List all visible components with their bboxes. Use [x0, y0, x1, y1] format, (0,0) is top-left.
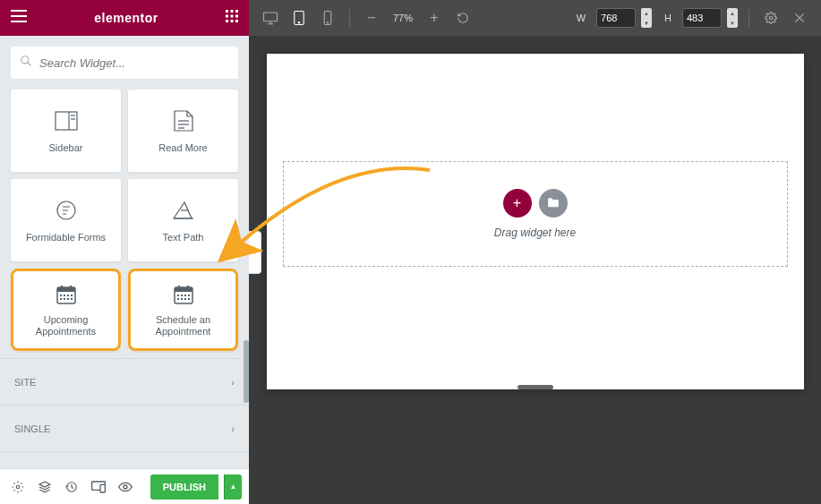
mobile-icon[interactable]	[317, 7, 338, 29]
widget-label: Sidebar	[49, 142, 83, 154]
widget-read-more[interactable]: Read More	[128, 90, 238, 172]
svg-rect-1	[11, 15, 27, 17]
svg-rect-0	[11, 10, 27, 12]
calendar-icon	[56, 282, 77, 307]
width-label: W	[577, 13, 586, 23]
widget-label: Formidable Forms	[26, 232, 106, 243]
textpath-icon	[172, 196, 195, 225]
svg-rect-34	[67, 298, 69, 300]
svg-rect-39	[187, 286, 189, 289]
widget-label: Schedule an Appointment	[136, 314, 230, 337]
menu-icon[interactable]	[11, 10, 27, 26]
widget-label: Upcoming Appointments	[19, 314, 113, 337]
publish-button[interactable]: PUBLISH	[150, 474, 218, 500]
drop-actions: +	[503, 189, 568, 218]
height-label: H	[664, 13, 671, 23]
collapse-panel-button[interactable]: ‹	[249, 231, 261, 274]
svg-rect-47	[188, 298, 190, 300]
zoom-level: 77%	[393, 13, 413, 23]
panel-footer: PUBLISH ▲	[0, 468, 249, 504]
svg-point-51	[124, 485, 127, 489]
search-box[interactable]	[11, 47, 238, 79]
preview-icon[interactable]	[115, 476, 136, 498]
desktop-icon[interactable]	[260, 7, 281, 29]
svg-rect-33	[64, 298, 65, 300]
navigator-icon[interactable]	[34, 476, 56, 498]
width-input[interactable]	[596, 8, 636, 28]
width-stepper[interactable]: ▲▼	[641, 8, 652, 28]
svg-rect-52	[264, 13, 278, 21]
add-section-button[interactable]: +	[503, 189, 532, 218]
svg-rect-45	[181, 298, 183, 300]
form-icon	[56, 196, 77, 225]
preview-canvas[interactable]: + Drag widget here	[267, 54, 804, 389]
elements-panel: elementor Sidebar Read More	[0, 0, 249, 504]
svg-point-56	[298, 22, 300, 24]
svg-line-13	[28, 63, 31, 66]
svg-point-48	[16, 485, 20, 489]
tablet-icon[interactable]	[288, 7, 310, 29]
display-settings-icon[interactable]	[760, 7, 782, 29]
chevron-right-icon: ›	[231, 423, 235, 434]
svg-rect-31	[71, 295, 73, 296]
responsive-icon[interactable]	[88, 476, 109, 498]
svg-rect-30	[67, 295, 69, 296]
sidebar-widget-icon	[55, 107, 78, 135]
height-stepper[interactable]: ▲▼	[727, 8, 738, 28]
svg-rect-29	[64, 295, 65, 296]
drop-label: Drag widget here	[494, 226, 576, 239]
caret-up-icon: ▲	[230, 483, 237, 491]
chevron-left-icon: ‹	[253, 247, 256, 257]
svg-point-12	[21, 56, 29, 64]
canvas-resize-handle[interactable]	[517, 385, 553, 389]
widgets-grid: Sidebar Read More Formidable Forms Text …	[0, 90, 249, 351]
svg-rect-43	[188, 295, 190, 296]
svg-rect-41	[181, 295, 183, 296]
zoom-in-button[interactable]: +	[423, 7, 445, 29]
svg-rect-40	[177, 295, 179, 296]
category-label: SINGLE	[14, 423, 50, 434]
canvas-area: − 77% + W ▲▼ H ▲▼ +	[249, 0, 821, 504]
category-single[interactable]: SINGLE ›	[0, 405, 249, 451]
svg-rect-27	[70, 286, 72, 289]
responsive-toolbar: − 77% + W ▲▼ H ▲▼	[249, 0, 821, 36]
svg-rect-9	[226, 20, 228, 22]
svg-rect-37	[175, 287, 192, 292]
panel-header: elementor	[0, 0, 249, 36]
zoom-out-button[interactable]: −	[361, 7, 382, 29]
search-container	[0, 36, 249, 90]
search-icon	[20, 55, 32, 71]
settings-icon[interactable]	[7, 476, 29, 498]
svg-rect-11	[235, 20, 238, 22]
svg-rect-10	[231, 20, 234, 22]
svg-rect-7	[231, 15, 234, 18]
svg-rect-50	[100, 484, 105, 492]
category-site[interactable]: SITE ›	[0, 358, 249, 405]
readmore-icon	[174, 107, 193, 135]
svg-rect-38	[178, 286, 180, 289]
reset-zoom-icon[interactable]	[452, 7, 474, 29]
drop-zone[interactable]: + Drag widget here	[283, 161, 788, 267]
publish-options-button[interactable]: ▲	[224, 474, 242, 500]
widget-formidable-forms[interactable]: Formidable Forms	[11, 179, 121, 261]
elementor-logo: elementor	[27, 11, 226, 25]
svg-rect-32	[60, 298, 62, 300]
history-icon[interactable]	[61, 476, 82, 498]
widget-text-path[interactable]: Text Path	[128, 179, 238, 261]
apps-grid-icon[interactable]	[226, 10, 238, 26]
category-label: SITE	[14, 377, 36, 388]
svg-point-58	[327, 22, 329, 24]
folder-icon	[547, 195, 560, 211]
widget-upcoming-appointments[interactable]: Upcoming Appointments	[11, 269, 121, 351]
search-input[interactable]	[39, 56, 229, 70]
widget-sidebar[interactable]: Sidebar	[11, 90, 121, 172]
widget-schedule-appointment[interactable]: Schedule an Appointment	[128, 269, 238, 351]
template-library-button[interactable]	[539, 189, 568, 218]
svg-rect-57	[324, 12, 331, 25]
close-responsive-icon[interactable]	[789, 7, 810, 29]
svg-rect-3	[226, 10, 228, 13]
svg-rect-26	[61, 286, 63, 289]
svg-rect-46	[184, 298, 186, 300]
height-input[interactable]	[682, 8, 722, 28]
svg-rect-6	[226, 15, 228, 18]
